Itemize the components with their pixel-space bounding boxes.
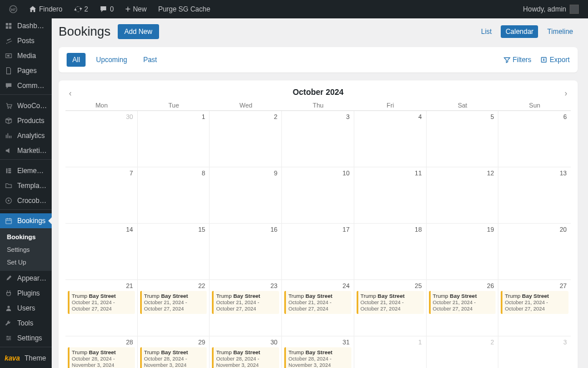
calendar-cell[interactable]: 19 xyxy=(427,224,499,280)
svg-point-9 xyxy=(9,338,10,339)
sidebar-item-tools[interactable]: Tools xyxy=(0,316,52,331)
sidebar-sub-set-up[interactable]: Set Up xyxy=(0,256,52,269)
sidebar-item-crocoblock[interactable]: Crocoblock xyxy=(0,193,52,208)
svg-point-2 xyxy=(7,108,9,109)
account-menu[interactable]: Howdy, admin xyxy=(523,5,583,14)
calendar-event[interactable]: Trump Bay StreetOctober 21, 2024 - Octob… xyxy=(357,291,424,314)
sidebar-item-media[interactable]: Media xyxy=(0,48,52,63)
calendar-cell[interactable]: 5 xyxy=(427,111,499,167)
updates-link[interactable]: 2 xyxy=(69,0,93,18)
wp-logo[interactable] xyxy=(5,0,22,18)
prev-month-button[interactable]: ‹ xyxy=(65,87,75,99)
user-icon xyxy=(5,304,13,312)
sidebar-item-marketing[interactable]: Marketing xyxy=(0,143,52,158)
calendar-cell[interactable]: 29Trump Bay StreetOctober 28, 2024 - Nov… xyxy=(138,336,210,368)
calendar-cell[interactable]: 3 xyxy=(282,111,354,167)
calendar-cell[interactable]: 9 xyxy=(210,167,282,224)
view-timeline[interactable]: Timeline xyxy=(543,25,578,38)
sidebar-item-users[interactable]: Users xyxy=(0,301,52,316)
sidebar-item-settings[interactable]: Settings xyxy=(0,331,52,346)
calendar-cell[interactable]: 2 xyxy=(427,336,499,368)
event-title: Trump Bay Street xyxy=(72,349,133,356)
filter-past[interactable]: Past xyxy=(137,53,163,67)
sidebar-item-posts[interactable]: Posts xyxy=(0,33,52,48)
calendar-cell[interactable]: 1 xyxy=(138,111,210,167)
sidebar-item-dashboard[interactable]: Dashboard xyxy=(0,18,52,33)
calendar-cell[interactable]: 12 xyxy=(427,167,499,224)
calendar-cell[interactable]: 2 xyxy=(210,111,282,167)
calendar-cell[interactable]: 10 xyxy=(282,167,354,224)
filter-all[interactable]: All xyxy=(67,53,86,67)
next-month-button[interactable]: › xyxy=(561,87,571,99)
sidebar-item-plugins[interactable]: Plugins xyxy=(0,286,52,301)
calendar-cell[interactable]: 4 xyxy=(354,111,427,167)
sidebar-item-pages[interactable]: Pages xyxy=(0,63,52,78)
calendar-cell[interactable]: 13 xyxy=(498,167,571,224)
calendar-event[interactable]: Trump Bay StreetOctober 21, 2024 - Octob… xyxy=(140,291,207,314)
calendar-event[interactable]: Trump Bay StreetOctober 28, 2024 - Novem… xyxy=(212,347,279,368)
add-new-button[interactable]: Add New xyxy=(118,24,160,39)
calendar-event[interactable]: Trump Bay StreetOctober 21, 2024 - Octob… xyxy=(501,291,568,314)
sidebar-item-analytics[interactable]: Analytics xyxy=(0,128,52,143)
dayname: Thu xyxy=(282,100,354,110)
sidebar-item-templates[interactable]: Templates xyxy=(0,178,52,193)
calendar-date: 11 xyxy=(357,169,424,177)
sidebar-item-products[interactable]: Products xyxy=(0,113,52,128)
calendar-event[interactable]: Trump Bay StreetOctober 21, 2024 - Octob… xyxy=(212,291,279,314)
sidebar-item-appearance[interactable]: Appearance xyxy=(0,271,52,286)
calendar-cell[interactable]: 1 xyxy=(354,336,427,368)
calendar-cell[interactable]: 24Trump Bay StreetOctober 21, 2024 - Oct… xyxy=(282,280,354,336)
filter-upcoming[interactable]: Upcoming xyxy=(90,53,133,67)
view-list[interactable]: List xyxy=(477,25,497,38)
calendar-event[interactable]: Trump Bay StreetOctober 28, 2024 - Novem… xyxy=(140,347,207,368)
calendar-event[interactable]: Trump Bay StreetOctober 28, 2024 - Novem… xyxy=(284,347,351,368)
site-name-link[interactable]: Findero xyxy=(24,0,67,18)
calendar-cell[interactable]: 30Trump Bay StreetOctober 28, 2024 - Nov… xyxy=(210,336,282,368)
comments-link[interactable]: 0 xyxy=(95,0,118,18)
calendar-cell[interactable]: 6 xyxy=(498,111,571,167)
calendar-event[interactable]: Trump Bay StreetOctober 21, 2024 - Octob… xyxy=(68,291,135,314)
sidebar-item-bookings[interactable]: Bookings xyxy=(0,213,52,228)
calendar-date: 14 xyxy=(68,225,135,233)
calendar-cell[interactable]: 3 xyxy=(498,336,571,368)
calendar-event[interactable]: Trump Bay StreetOctober 21, 2024 - Octob… xyxy=(284,291,351,314)
sidebar-item-woocommerce[interactable]: WooCommerce xyxy=(0,98,52,113)
calendar-cell[interactable]: 31Trump Bay StreetOctober 28, 2024 - Nov… xyxy=(282,336,354,368)
calendar-cell[interactable]: 18 xyxy=(354,224,427,280)
calendar-cell[interactable]: 11 xyxy=(354,167,427,224)
calendar-date: 27 xyxy=(501,282,568,290)
calendar-date: 16 xyxy=(212,225,279,233)
calendar-date: 18 xyxy=(357,225,424,233)
calendar-cell[interactable]: 23Trump Bay StreetOctober 21, 2024 - Oct… xyxy=(210,280,282,336)
calendar-cell[interactable]: 8 xyxy=(138,167,210,224)
sidebar-sub-settings[interactable]: Settings xyxy=(0,243,52,256)
filters-button[interactable]: Filters xyxy=(504,56,532,64)
calendar-cell[interactable]: 25Trump Bay StreetOctober 21, 2024 - Oct… xyxy=(354,280,427,336)
calendar-cell[interactable]: 26Trump Bay StreetOctober 21, 2024 - Oct… xyxy=(427,280,499,336)
calendar-cell[interactable]: 22Trump Bay StreetOctober 21, 2024 - Oct… xyxy=(138,280,210,336)
purge-cache-link[interactable]: Purge SG Cache xyxy=(153,0,215,18)
view-calendar[interactable]: Calendar xyxy=(501,25,538,38)
calendar-event[interactable]: Trump Bay StreetOctober 21, 2024 - Octob… xyxy=(429,291,496,314)
sidebar-item-speed-optimizer[interactable]: Speed Optimizer xyxy=(0,366,52,368)
sidebar-item-comments[interactable]: Comments xyxy=(0,78,52,93)
new-content-link[interactable]: + New xyxy=(121,0,151,18)
calendar-cell[interactable]: 16 xyxy=(210,224,282,280)
calendar-cell[interactable]: 14 xyxy=(65,224,138,280)
sidebar-item-elementor[interactable]: Elementor xyxy=(0,163,52,178)
export-icon xyxy=(540,56,547,63)
page-title: Bookings xyxy=(59,24,111,39)
sidebar-item-theme[interactable]: kavaTheme xyxy=(0,351,52,366)
sidebar-sub-bookings[interactable]: Bookings xyxy=(0,231,52,243)
export-button[interactable]: Export xyxy=(540,56,570,64)
calendar-event[interactable]: Trump Bay StreetOctober 28, 2024 - Novem… xyxy=(68,347,135,368)
calendar-cell[interactable]: 28Trump Bay StreetOctober 28, 2024 - Nov… xyxy=(65,336,138,368)
calendar-cell[interactable]: 30 xyxy=(65,111,138,167)
calendar-cell[interactable]: 7 xyxy=(65,167,138,224)
calendar-cell[interactable]: 17 xyxy=(282,224,354,280)
calendar-cell[interactable]: 15 xyxy=(138,224,210,280)
calendar-cell[interactable]: 20 xyxy=(498,224,571,280)
calendar-date: 4 xyxy=(357,113,424,121)
calendar-cell[interactable]: 21Trump Bay StreetOctober 21, 2024 - Oct… xyxy=(65,280,138,336)
calendar-cell[interactable]: 27Trump Bay StreetOctober 21, 2024 - Oct… xyxy=(498,280,571,336)
